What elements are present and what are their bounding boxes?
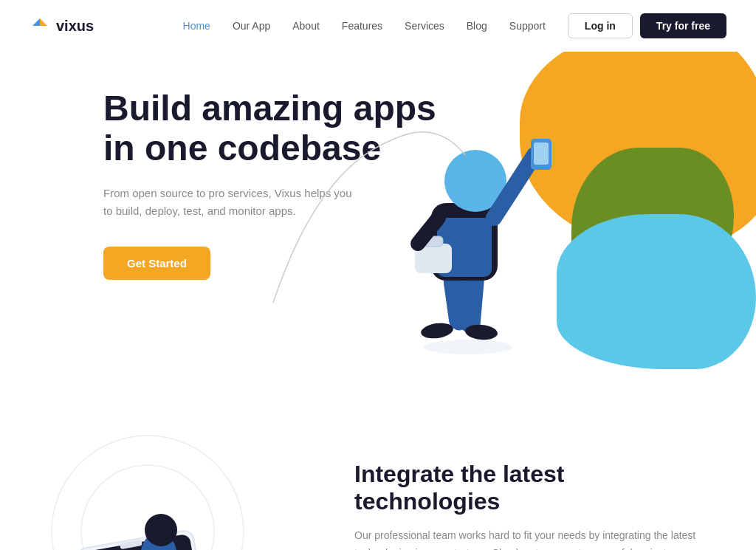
svg-marker-1 xyxy=(40,18,47,26)
svg-point-5 xyxy=(420,321,454,340)
svg-rect-14 xyxy=(534,142,549,165)
nav-support[interactable]: Support xyxy=(509,20,546,32)
logo-icon xyxy=(30,16,50,36)
login-button[interactable]: Log in xyxy=(568,13,633,38)
svg-point-2 xyxy=(424,340,512,354)
section-illustration xyxy=(30,421,310,550)
nav-blog[interactable]: Blog xyxy=(467,20,487,32)
section-two-headline: Integrate the latest technologies xyxy=(354,461,697,515)
try-free-button[interactable]: Try for free xyxy=(640,13,726,38)
svg-marker-0 xyxy=(32,18,40,26)
hero-subtext: From open source to pro services, Vixus … xyxy=(103,185,354,220)
logo: vixus xyxy=(30,16,94,36)
hero-content: Build amazing apps in one codebase From … xyxy=(103,89,458,280)
blob-blue xyxy=(557,214,756,369)
brand-name: vixus xyxy=(56,18,94,35)
section-two-svg xyxy=(30,421,310,550)
get-started-button[interactable]: Get Started xyxy=(103,247,210,280)
section-two-content: Integrate the latest technologies Our pr… xyxy=(310,461,697,550)
nav-home[interactable]: Home xyxy=(183,20,210,32)
nav-features[interactable]: Features xyxy=(342,20,382,32)
nav-links: Home Our App About Features Services Blo… xyxy=(183,19,546,32)
svg-point-23 xyxy=(145,514,177,546)
hero-section: Build amazing apps in one codebase From … xyxy=(0,52,756,391)
nav-about[interactable]: About xyxy=(292,20,320,32)
nav-services[interactable]: Services xyxy=(405,20,444,32)
hero-headline: Build amazing apps in one codebase xyxy=(103,89,458,168)
navbar: vixus Home Our App About Features Servic… xyxy=(0,0,756,52)
nav-our-app[interactable]: Our App xyxy=(233,20,270,32)
section-two: Integrate the latest technologies Our pr… xyxy=(0,391,756,550)
section-two-subtext: Our professional team works hard to fit … xyxy=(354,527,697,550)
